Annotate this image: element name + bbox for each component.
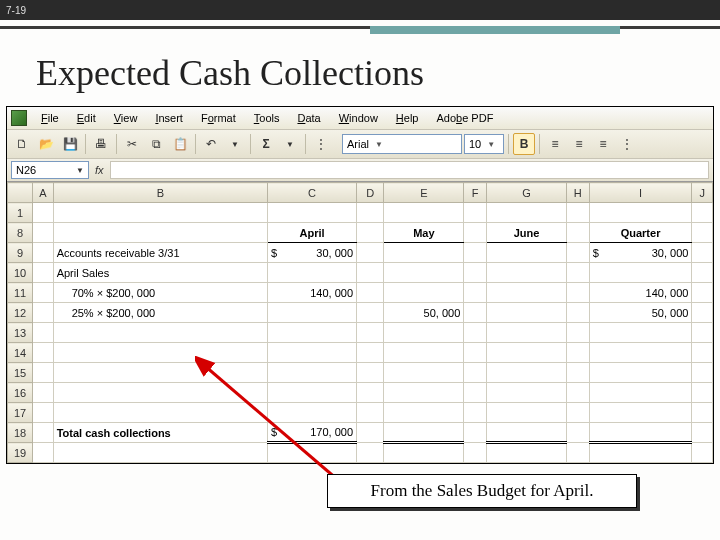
row-18: 18 Total cash collections $170, 000 bbox=[8, 423, 713, 443]
menu-file[interactable]: File bbox=[33, 110, 67, 126]
row-13: 13 bbox=[8, 323, 713, 343]
col-H[interactable]: H bbox=[566, 183, 589, 203]
undo-icon[interactable]: ↶ bbox=[200, 133, 222, 155]
row-8: 8 April May June Quarter bbox=[8, 223, 713, 243]
cell-c9[interactable]: $30, 000 bbox=[268, 243, 357, 263]
menu-edit[interactable]: Edit bbox=[69, 110, 104, 126]
slide-number-bar: 7-19 bbox=[0, 0, 720, 20]
row-19: 19 bbox=[8, 443, 713, 463]
col-C[interactable]: C bbox=[268, 183, 357, 203]
cell-c11[interactable]: 140, 000 bbox=[268, 283, 357, 303]
menu-bar: File Edit View Insert Format Tools Data … bbox=[7, 107, 713, 130]
align-center-icon[interactable]: ≡ bbox=[568, 133, 590, 155]
hdr-may[interactable]: May bbox=[384, 223, 464, 243]
font-name-select[interactable]: Arial ▼ bbox=[342, 134, 462, 154]
excel-window: File Edit View Insert Format Tools Data … bbox=[6, 106, 714, 464]
row-16: 16 bbox=[8, 383, 713, 403]
column-headers: A B C D E F G H I J bbox=[8, 183, 713, 203]
row-1: 1 bbox=[8, 203, 713, 223]
fx-icon[interactable]: fx bbox=[95, 164, 104, 176]
autosum-dropdown-icon[interactable]: ▼ bbox=[279, 133, 301, 155]
menu-tools[interactable]: Tools bbox=[246, 110, 288, 126]
font-size-value: 10 bbox=[469, 138, 481, 150]
toolbar-options2-icon[interactable]: ⋮ bbox=[616, 133, 638, 155]
undo-dropdown-icon[interactable]: ▼ bbox=[224, 133, 246, 155]
formula-bar: N26 ▼ fx bbox=[7, 159, 713, 182]
autosum-icon[interactable]: Σ bbox=[255, 133, 277, 155]
menu-data[interactable]: Data bbox=[289, 110, 328, 126]
slide-rule bbox=[0, 20, 720, 42]
cell-i9[interactable]: $30, 000 bbox=[589, 243, 692, 263]
menu-insert[interactable]: Insert bbox=[147, 110, 191, 126]
hdr-april[interactable]: April bbox=[268, 223, 357, 243]
spreadsheet[interactable]: A B C D E F G H I J 1 8 April May June bbox=[7, 182, 713, 463]
bold-button[interactable]: B bbox=[513, 133, 535, 155]
col-J[interactable]: J bbox=[692, 183, 713, 203]
cell-b9[interactable]: Accounts receivable 3/31 bbox=[53, 243, 267, 263]
align-right-icon[interactable]: ≡ bbox=[592, 133, 614, 155]
save-icon[interactable]: 💾 bbox=[59, 133, 81, 155]
name-box[interactable]: N26 ▼ bbox=[11, 161, 89, 179]
col-B[interactable]: B bbox=[53, 183, 267, 203]
menu-view[interactable]: View bbox=[106, 110, 146, 126]
cell-g18[interactable] bbox=[487, 423, 567, 443]
row-11: 11 70% × $200, 000 140, 000 140, 000 bbox=[8, 283, 713, 303]
row-17: 17 bbox=[8, 403, 713, 423]
cell-e18[interactable] bbox=[384, 423, 464, 443]
cell-i12[interactable]: 50, 000 bbox=[589, 303, 692, 323]
callout-text: From the Sales Budget for April. bbox=[371, 481, 594, 501]
align-left-icon[interactable]: ≡ bbox=[544, 133, 566, 155]
cell-i18[interactable] bbox=[589, 423, 692, 443]
print-icon[interactable]: 🖶 bbox=[90, 133, 112, 155]
menu-adobe-pdf[interactable]: Adobe PDF bbox=[428, 110, 501, 126]
row-12: 12 25% × $200, 000 50, 000 50, 000 bbox=[8, 303, 713, 323]
hdr-june[interactable]: June bbox=[487, 223, 567, 243]
slide-number: 7-19 bbox=[6, 5, 26, 16]
col-F[interactable]: F bbox=[464, 183, 487, 203]
grid-area: A B C D E F G H I J 1 8 April May June bbox=[7, 182, 713, 463]
select-all-corner[interactable] bbox=[8, 183, 33, 203]
callout-box: From the Sales Budget for April. bbox=[327, 474, 637, 508]
row-10: 10 April Sales bbox=[8, 263, 713, 283]
paste-icon[interactable]: 📋 bbox=[169, 133, 191, 155]
col-I[interactable]: I bbox=[589, 183, 692, 203]
name-box-value: N26 bbox=[16, 164, 36, 176]
col-E[interactable]: E bbox=[384, 183, 464, 203]
cell-b11[interactable]: 70% × $200, 000 bbox=[53, 283, 267, 303]
menu-help[interactable]: Help bbox=[388, 110, 427, 126]
cell-c18[interactable]: $170, 000 bbox=[268, 423, 357, 443]
row-9: 9 Accounts receivable 3/31 $30, 000 $30,… bbox=[8, 243, 713, 263]
menu-format[interactable]: Format bbox=[193, 110, 244, 126]
menu-window[interactable]: Window bbox=[331, 110, 386, 126]
cell-e12[interactable]: 50, 000 bbox=[384, 303, 464, 323]
font-size-select[interactable]: 10 ▼ bbox=[464, 134, 504, 154]
slide-title: Expected Cash Collections bbox=[0, 42, 720, 106]
col-D[interactable]: D bbox=[357, 183, 384, 203]
cell-b18[interactable]: Total cash collections bbox=[53, 423, 267, 443]
chevron-down-icon: ▼ bbox=[487, 140, 495, 149]
copy-icon[interactable]: ⧉ bbox=[145, 133, 167, 155]
cell-b12[interactable]: 25% × $200, 000 bbox=[53, 303, 267, 323]
row-14: 14 bbox=[8, 343, 713, 363]
cell-b10[interactable]: April Sales bbox=[53, 263, 267, 283]
chevron-down-icon: ▼ bbox=[76, 166, 84, 175]
open-icon[interactable]: 📂 bbox=[35, 133, 57, 155]
new-icon[interactable]: 🗋 bbox=[11, 133, 33, 155]
formula-input[interactable] bbox=[110, 161, 709, 179]
hdr-quarter[interactable]: Quarter bbox=[589, 223, 692, 243]
cut-icon[interactable]: ✂ bbox=[121, 133, 143, 155]
excel-icon bbox=[11, 110, 27, 126]
row-15: 15 bbox=[8, 363, 713, 383]
toolbar-options-icon[interactable]: ⋮ bbox=[310, 133, 332, 155]
col-G[interactable]: G bbox=[487, 183, 567, 203]
cell-i11[interactable]: 140, 000 bbox=[589, 283, 692, 303]
standard-toolbar: 🗋 📂 💾 🖶 ✂ ⧉ 📋 ↶ ▼ Σ ▼ ⋮ Arial ▼ 10 ▼ B ≡… bbox=[7, 130, 713, 159]
font-name-value: Arial bbox=[347, 138, 369, 150]
chevron-down-icon: ▼ bbox=[375, 140, 383, 149]
col-A[interactable]: A bbox=[33, 183, 54, 203]
